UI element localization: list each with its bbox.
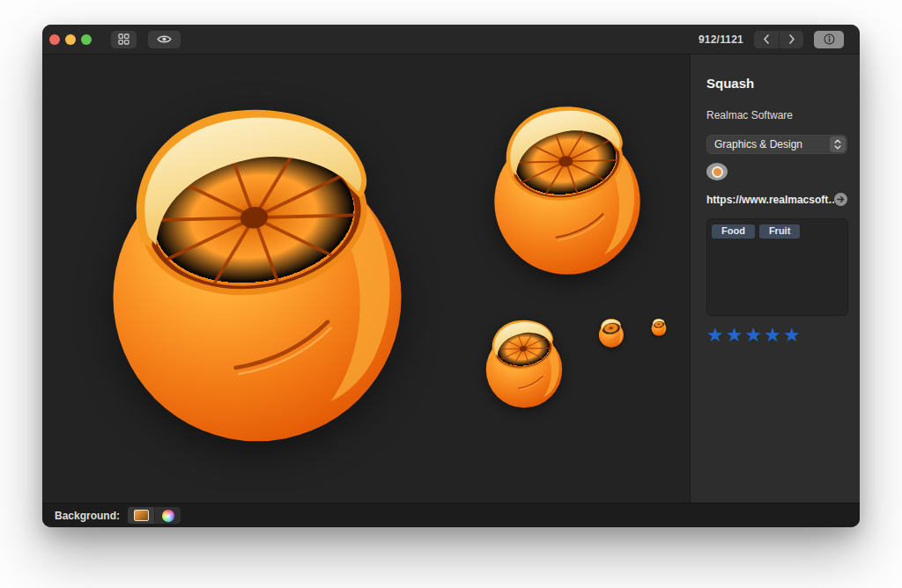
tag-chip[interactable]: Fruit <box>759 224 800 239</box>
rating-stars[interactable]: ★★★★★ <box>706 325 845 346</box>
icon-preview-micro <box>651 319 667 337</box>
background-color-button[interactable] <box>154 507 181 524</box>
icon-file-swatch[interactable] <box>706 163 728 180</box>
icon-preview-tiny <box>598 319 625 349</box>
info-panel-toggle-button[interactable] <box>814 31 844 48</box>
next-item-button[interactable] <box>779 31 803 48</box>
traffic-lights <box>49 34 92 45</box>
bottom-bar: Background: <box>42 503 860 527</box>
image-background-icon <box>134 510 149 521</box>
zoom-window-button[interactable] <box>81 34 92 45</box>
back-chevron-icon <box>763 34 770 44</box>
nav-segmented-control <box>754 31 803 48</box>
titlebar: 912/1121 <box>42 25 860 55</box>
grid-view-button[interactable] <box>111 31 137 48</box>
info-icon <box>824 33 835 45</box>
open-url-button[interactable] <box>834 193 847 206</box>
eye-icon <box>157 34 172 44</box>
app-title: Squash <box>706 76 845 91</box>
content-area: Squash Realmac Software Graphics & Desig… <box>42 55 860 503</box>
category-popup-label: Graphics & Design <box>706 138 830 151</box>
developer-name: Realmac Software <box>706 109 845 121</box>
icon-preview-medium <box>490 106 645 283</box>
icon-file-swatch-ring <box>712 166 723 178</box>
url-row: https://www.realmacsoft… <box>706 193 847 206</box>
popup-stepper-icon <box>830 136 846 152</box>
item-counter: 912/1121 <box>699 33 743 46</box>
previous-item-button[interactable] <box>754 31 779 48</box>
url-field[interactable]: https://www.realmacsoft… <box>706 194 834 206</box>
icon-preview-small <box>484 320 565 413</box>
close-window-button[interactable] <box>49 34 60 45</box>
grid-icon <box>118 33 129 45</box>
background-segmented-control <box>128 507 181 524</box>
icon-preview-large <box>104 107 410 459</box>
app-window: 912/1121 <box>42 25 860 527</box>
category-popup-button[interactable]: Graphics & Design <box>706 135 847 154</box>
open-url-arrow-icon <box>837 195 845 203</box>
icon-file-swatch-core <box>713 168 721 176</box>
forward-chevron-icon <box>788 34 795 44</box>
info-sidebar: Squash Realmac Software Graphics & Desig… <box>690 55 860 503</box>
color-wheel-icon <box>162 510 174 522</box>
quicklook-button[interactable] <box>148 31 181 48</box>
tag-chip[interactable]: Food <box>712 224 755 239</box>
tags-field[interactable]: Food Fruit <box>706 218 848 316</box>
minimize-window-button[interactable] <box>65 34 76 45</box>
background-label: Background: <box>55 510 120 522</box>
background-image-button[interactable] <box>128 507 154 524</box>
icon-preview-canvas <box>42 55 690 503</box>
